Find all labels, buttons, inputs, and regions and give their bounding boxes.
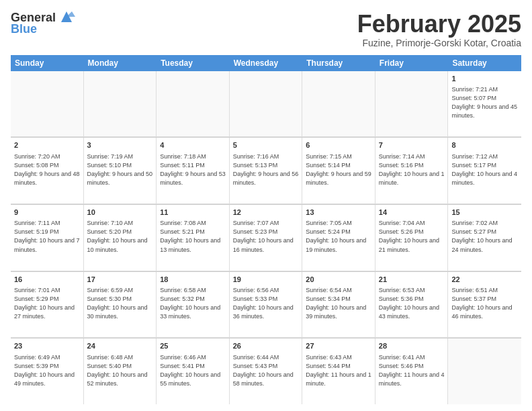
day-number: 15 bbox=[451, 208, 518, 218]
day-number: 20 bbox=[306, 275, 371, 285]
day-info: Sunrise: 6:59 AM Sunset: 5:30 PM Dayligh… bbox=[87, 286, 153, 321]
calendar-day-header: Saturday bbox=[448, 55, 521, 71]
day-number: 21 bbox=[379, 275, 445, 285]
day-info: Sunrise: 6:51 AM Sunset: 5:37 PM Dayligh… bbox=[451, 286, 518, 321]
day-info: Sunrise: 7:18 AM Sunset: 5:11 PM Dayligh… bbox=[160, 152, 226, 187]
calendar-cell: 11Sunrise: 7:08 AM Sunset: 5:21 PM Dayli… bbox=[157, 205, 230, 271]
day-number: 9 bbox=[14, 208, 80, 218]
logo-icon bbox=[58, 10, 75, 25]
day-number: 3 bbox=[87, 140, 153, 150]
calendar-cell: 24Sunrise: 6:48 AM Sunset: 5:40 PM Dayli… bbox=[84, 338, 157, 404]
calendar-body: 1Sunrise: 7:21 AM Sunset: 5:07 PM Daylig… bbox=[11, 71, 521, 404]
day-number: 2 bbox=[14, 140, 80, 150]
calendar-cell: 25Sunrise: 6:46 AM Sunset: 5:41 PM Dayli… bbox=[157, 338, 230, 404]
calendar-cell: 10Sunrise: 7:10 AM Sunset: 5:20 PM Dayli… bbox=[84, 205, 157, 271]
day-info: Sunrise: 7:16 AM Sunset: 5:13 PM Dayligh… bbox=[233, 152, 299, 187]
calendar-cell: 3Sunrise: 7:19 AM Sunset: 5:10 PM Daylig… bbox=[84, 138, 157, 203]
calendar-cell: 8Sunrise: 7:12 AM Sunset: 5:17 PM Daylig… bbox=[448, 138, 521, 203]
calendar-day-header: Monday bbox=[84, 55, 157, 71]
calendar-title: February 2025 bbox=[357, 11, 521, 38]
day-number: 8 bbox=[451, 140, 518, 150]
day-info: Sunrise: 7:01 AM Sunset: 5:29 PM Dayligh… bbox=[14, 286, 80, 321]
day-number: 11 bbox=[160, 208, 226, 218]
day-info: Sunrise: 6:43 AM Sunset: 5:44 PM Dayligh… bbox=[306, 353, 371, 388]
calendar-day-header: Thursday bbox=[302, 55, 375, 71]
calendar-cell: 26Sunrise: 6:44 AM Sunset: 5:43 PM Dayli… bbox=[230, 338, 303, 404]
calendar-page: General Blue February 2025 Fuzine, Primo… bbox=[0, 0, 532, 411]
calendar-cell: 17Sunrise: 6:59 AM Sunset: 5:30 PM Dayli… bbox=[84, 272, 157, 338]
day-number: 23 bbox=[14, 341, 80, 351]
calendar-cell: 21Sunrise: 6:53 AM Sunset: 5:36 PM Dayli… bbox=[375, 272, 449, 338]
day-number: 16 bbox=[14, 275, 80, 285]
calendar-cell bbox=[448, 338, 521, 404]
day-number: 27 bbox=[306, 341, 371, 351]
day-info: Sunrise: 7:02 AM Sunset: 5:27 PM Dayligh… bbox=[451, 219, 518, 254]
calendar-week-row: 9Sunrise: 7:11 AM Sunset: 5:19 PM Daylig… bbox=[11, 204, 521, 271]
day-info: Sunrise: 6:44 AM Sunset: 5:43 PM Dayligh… bbox=[233, 353, 299, 388]
day-info: Sunrise: 7:12 AM Sunset: 5:17 PM Dayligh… bbox=[451, 152, 518, 187]
calendar-cell bbox=[84, 71, 157, 137]
day-info: Sunrise: 7:05 AM Sunset: 5:24 PM Dayligh… bbox=[306, 219, 371, 254]
calendar-cell: 4Sunrise: 7:18 AM Sunset: 5:11 PM Daylig… bbox=[157, 138, 230, 203]
day-number: 18 bbox=[160, 275, 226, 285]
day-info: Sunrise: 7:04 AM Sunset: 5:26 PM Dayligh… bbox=[379, 219, 445, 254]
calendar-day-header: Sunday bbox=[11, 55, 84, 71]
day-number: 24 bbox=[87, 341, 153, 351]
page-header: General Blue February 2025 Fuzine, Primo… bbox=[11, 11, 521, 48]
logo-blue: Blue bbox=[11, 22, 37, 36]
calendar-day-header: Friday bbox=[375, 55, 449, 71]
calendar-header-row: SundayMondayTuesdayWednesdayThursdayFrid… bbox=[11, 55, 521, 71]
day-info: Sunrise: 7:07 AM Sunset: 5:23 PM Dayligh… bbox=[233, 219, 299, 254]
day-number: 14 bbox=[379, 208, 445, 218]
calendar-cell: 14Sunrise: 7:04 AM Sunset: 5:26 PM Dayli… bbox=[375, 205, 449, 271]
calendar-cell: 18Sunrise: 6:58 AM Sunset: 5:32 PM Dayli… bbox=[157, 272, 230, 338]
day-number: 25 bbox=[160, 341, 226, 351]
day-info: Sunrise: 7:10 AM Sunset: 5:20 PM Dayligh… bbox=[87, 219, 153, 254]
calendar-cell bbox=[230, 71, 303, 137]
day-info: Sunrise: 6:48 AM Sunset: 5:40 PM Dayligh… bbox=[87, 353, 153, 388]
day-info: Sunrise: 7:14 AM Sunset: 5:16 PM Dayligh… bbox=[379, 152, 445, 187]
day-info: Sunrise: 7:19 AM Sunset: 5:10 PM Dayligh… bbox=[87, 152, 153, 187]
calendar-cell: 12Sunrise: 7:07 AM Sunset: 5:23 PM Dayli… bbox=[230, 205, 303, 271]
calendar-cell: 7Sunrise: 7:14 AM Sunset: 5:16 PM Daylig… bbox=[375, 138, 449, 203]
day-info: Sunrise: 7:15 AM Sunset: 5:14 PM Dayligh… bbox=[306, 152, 371, 187]
calendar-cell: 22Sunrise: 6:51 AM Sunset: 5:37 PM Dayli… bbox=[448, 272, 521, 338]
day-number: 6 bbox=[306, 140, 371, 150]
calendar-cell bbox=[302, 71, 375, 137]
day-info: Sunrise: 6:46 AM Sunset: 5:41 PM Dayligh… bbox=[160, 353, 226, 388]
day-info: Sunrise: 7:11 AM Sunset: 5:19 PM Dayligh… bbox=[14, 219, 80, 254]
day-number: 13 bbox=[306, 208, 371, 218]
calendar-cell: 15Sunrise: 7:02 AM Sunset: 5:27 PM Dayli… bbox=[448, 205, 521, 271]
calendar-cell: 19Sunrise: 6:56 AM Sunset: 5:33 PM Dayli… bbox=[230, 272, 303, 338]
day-number: 12 bbox=[233, 208, 299, 218]
day-number: 5 bbox=[233, 140, 299, 150]
calendar-cell: 23Sunrise: 6:49 AM Sunset: 5:39 PM Dayli… bbox=[11, 338, 84, 404]
day-number: 19 bbox=[233, 275, 299, 285]
day-info: Sunrise: 6:49 AM Sunset: 5:39 PM Dayligh… bbox=[14, 353, 80, 388]
calendar-cell: 28Sunrise: 6:41 AM Sunset: 5:46 PM Dayli… bbox=[375, 338, 449, 404]
day-info: Sunrise: 7:20 AM Sunset: 5:08 PM Dayligh… bbox=[14, 152, 80, 187]
day-number: 4 bbox=[160, 140, 226, 150]
calendar-subtitle: Fuzine, Primorje-Gorski Kotar, Croatia bbox=[357, 38, 521, 48]
calendar-week-row: 2Sunrise: 7:20 AM Sunset: 5:08 PM Daylig… bbox=[11, 137, 521, 204]
calendar-cell bbox=[11, 71, 84, 137]
calendar-cell: 16Sunrise: 7:01 AM Sunset: 5:29 PM Dayli… bbox=[11, 272, 84, 338]
calendar-cell bbox=[375, 71, 449, 137]
day-info: Sunrise: 6:56 AM Sunset: 5:33 PM Dayligh… bbox=[233, 286, 299, 321]
calendar-cell: 20Sunrise: 6:54 AM Sunset: 5:34 PM Dayli… bbox=[302, 272, 375, 338]
calendar-cell bbox=[157, 71, 230, 137]
day-info: Sunrise: 7:21 AM Sunset: 5:07 PM Dayligh… bbox=[451, 85, 518, 120]
day-info: Sunrise: 6:53 AM Sunset: 5:36 PM Dayligh… bbox=[379, 286, 445, 321]
calendar-cell: 5Sunrise: 7:16 AM Sunset: 5:13 PM Daylig… bbox=[230, 138, 303, 203]
day-info: Sunrise: 6:41 AM Sunset: 5:46 PM Dayligh… bbox=[379, 353, 445, 388]
calendar-day-header: Tuesday bbox=[157, 55, 230, 71]
day-number: 1 bbox=[451, 74, 518, 84]
calendar-day-header: Wednesday bbox=[230, 55, 303, 71]
day-number: 22 bbox=[451, 275, 518, 285]
day-number: 28 bbox=[379, 341, 445, 351]
day-number: 26 bbox=[233, 341, 299, 351]
calendar: SundayMondayTuesdayWednesdayThursdayFrid… bbox=[11, 55, 521, 404]
day-info: Sunrise: 6:58 AM Sunset: 5:32 PM Dayligh… bbox=[160, 286, 226, 321]
title-section: February 2025 Fuzine, Primorje-Gorski Ko… bbox=[357, 11, 521, 48]
day-number: 10 bbox=[87, 208, 153, 218]
